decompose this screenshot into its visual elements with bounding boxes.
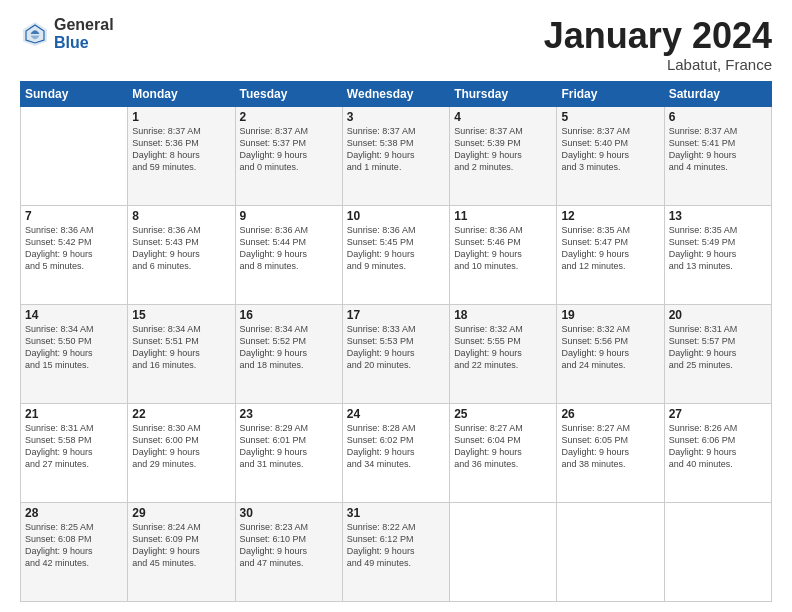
table-row [21, 106, 128, 205]
day-info: Sunrise: 8:25 AMSunset: 6:08 PMDaylight:… [25, 521, 123, 570]
day-number: 6 [669, 110, 767, 124]
day-info: Sunrise: 8:34 AMSunset: 5:52 PMDaylight:… [240, 323, 338, 372]
table-row: 16Sunrise: 8:34 AMSunset: 5:52 PMDayligh… [235, 304, 342, 403]
calendar-week-row: 1Sunrise: 8:37 AMSunset: 5:36 PMDaylight… [21, 106, 772, 205]
day-info: Sunrise: 8:30 AMSunset: 6:00 PMDaylight:… [132, 422, 230, 471]
day-number: 5 [561, 110, 659, 124]
day-number: 13 [669, 209, 767, 223]
table-row: 28Sunrise: 8:25 AMSunset: 6:08 PMDayligh… [21, 502, 128, 601]
table-row: 13Sunrise: 8:35 AMSunset: 5:49 PMDayligh… [664, 205, 771, 304]
day-number: 22 [132, 407, 230, 421]
table-row: 23Sunrise: 8:29 AMSunset: 6:01 PMDayligh… [235, 403, 342, 502]
table-row: 12Sunrise: 8:35 AMSunset: 5:47 PMDayligh… [557, 205, 664, 304]
day-number: 18 [454, 308, 552, 322]
day-number: 30 [240, 506, 338, 520]
table-row: 26Sunrise: 8:27 AMSunset: 6:05 PMDayligh… [557, 403, 664, 502]
day-info: Sunrise: 8:27 AMSunset: 6:05 PMDaylight:… [561, 422, 659, 471]
table-row: 2Sunrise: 8:37 AMSunset: 5:37 PMDaylight… [235, 106, 342, 205]
day-number: 31 [347, 506, 445, 520]
day-number: 2 [240, 110, 338, 124]
day-number: 27 [669, 407, 767, 421]
day-info: Sunrise: 8:37 AMSunset: 5:39 PMDaylight:… [454, 125, 552, 174]
day-info: Sunrise: 8:24 AMSunset: 6:09 PMDaylight:… [132, 521, 230, 570]
day-info: Sunrise: 8:27 AMSunset: 6:04 PMDaylight:… [454, 422, 552, 471]
table-row: 1Sunrise: 8:37 AMSunset: 5:36 PMDaylight… [128, 106, 235, 205]
day-number: 14 [25, 308, 123, 322]
table-row: 4Sunrise: 8:37 AMSunset: 5:39 PMDaylight… [450, 106, 557, 205]
day-number: 26 [561, 407, 659, 421]
day-info: Sunrise: 8:36 AMSunset: 5:42 PMDaylight:… [25, 224, 123, 273]
table-row: 25Sunrise: 8:27 AMSunset: 6:04 PMDayligh… [450, 403, 557, 502]
day-info: Sunrise: 8:23 AMSunset: 6:10 PMDaylight:… [240, 521, 338, 570]
day-number: 20 [669, 308, 767, 322]
table-row: 5Sunrise: 8:37 AMSunset: 5:40 PMDaylight… [557, 106, 664, 205]
day-info: Sunrise: 8:35 AMSunset: 5:49 PMDaylight:… [669, 224, 767, 273]
table-row [450, 502, 557, 601]
col-tuesday: Tuesday [235, 81, 342, 106]
day-info: Sunrise: 8:22 AMSunset: 6:12 PMDaylight:… [347, 521, 445, 570]
table-row: 14Sunrise: 8:34 AMSunset: 5:50 PMDayligh… [21, 304, 128, 403]
day-info: Sunrise: 8:28 AMSunset: 6:02 PMDaylight:… [347, 422, 445, 471]
table-row: 9Sunrise: 8:36 AMSunset: 5:44 PMDaylight… [235, 205, 342, 304]
day-info: Sunrise: 8:37 AMSunset: 5:37 PMDaylight:… [240, 125, 338, 174]
day-number: 7 [25, 209, 123, 223]
col-saturday: Saturday [664, 81, 771, 106]
table-row: 6Sunrise: 8:37 AMSunset: 5:41 PMDaylight… [664, 106, 771, 205]
day-info: Sunrise: 8:36 AMSunset: 5:45 PMDaylight:… [347, 224, 445, 273]
col-thursday: Thursday [450, 81, 557, 106]
col-monday: Monday [128, 81, 235, 106]
day-info: Sunrise: 8:36 AMSunset: 5:44 PMDaylight:… [240, 224, 338, 273]
calendar-week-row: 14Sunrise: 8:34 AMSunset: 5:50 PMDayligh… [21, 304, 772, 403]
day-number: 17 [347, 308, 445, 322]
day-number: 23 [240, 407, 338, 421]
calendar-table: Sunday Monday Tuesday Wednesday Thursday… [20, 81, 772, 602]
day-number: 21 [25, 407, 123, 421]
table-row: 15Sunrise: 8:34 AMSunset: 5:51 PMDayligh… [128, 304, 235, 403]
day-info: Sunrise: 8:37 AMSunset: 5:36 PMDaylight:… [132, 125, 230, 174]
day-number: 25 [454, 407, 552, 421]
table-row: 11Sunrise: 8:36 AMSunset: 5:46 PMDayligh… [450, 205, 557, 304]
calendar-header-row: Sunday Monday Tuesday Wednesday Thursday… [21, 81, 772, 106]
calendar-week-row: 28Sunrise: 8:25 AMSunset: 6:08 PMDayligh… [21, 502, 772, 601]
day-info: Sunrise: 8:37 AMSunset: 5:40 PMDaylight:… [561, 125, 659, 174]
day-number: 15 [132, 308, 230, 322]
table-row: 29Sunrise: 8:24 AMSunset: 6:09 PMDayligh… [128, 502, 235, 601]
day-number: 16 [240, 308, 338, 322]
table-row: 8Sunrise: 8:36 AMSunset: 5:43 PMDaylight… [128, 205, 235, 304]
month-title: January 2024 [544, 16, 772, 56]
table-row: 22Sunrise: 8:30 AMSunset: 6:00 PMDayligh… [128, 403, 235, 502]
day-number: 8 [132, 209, 230, 223]
logo-general-text: General [54, 16, 114, 34]
page: General Blue January 2024 Labatut, Franc… [0, 0, 792, 612]
day-number: 28 [25, 506, 123, 520]
day-number: 3 [347, 110, 445, 124]
day-info: Sunrise: 8:32 AMSunset: 5:55 PMDaylight:… [454, 323, 552, 372]
table-row [557, 502, 664, 601]
logo-text: General Blue [54, 16, 114, 51]
day-number: 10 [347, 209, 445, 223]
table-row: 3Sunrise: 8:37 AMSunset: 5:38 PMDaylight… [342, 106, 449, 205]
table-row: 30Sunrise: 8:23 AMSunset: 6:10 PMDayligh… [235, 502, 342, 601]
header: General Blue January 2024 Labatut, Franc… [20, 16, 772, 73]
day-number: 4 [454, 110, 552, 124]
col-sunday: Sunday [21, 81, 128, 106]
day-info: Sunrise: 8:34 AMSunset: 5:51 PMDaylight:… [132, 323, 230, 372]
location: Labatut, France [544, 56, 772, 73]
day-info: Sunrise: 8:35 AMSunset: 5:47 PMDaylight:… [561, 224, 659, 273]
calendar-week-row: 21Sunrise: 8:31 AMSunset: 5:58 PMDayligh… [21, 403, 772, 502]
day-info: Sunrise: 8:37 AMSunset: 5:38 PMDaylight:… [347, 125, 445, 174]
day-info: Sunrise: 8:29 AMSunset: 6:01 PMDaylight:… [240, 422, 338, 471]
day-info: Sunrise: 8:33 AMSunset: 5:53 PMDaylight:… [347, 323, 445, 372]
day-number: 19 [561, 308, 659, 322]
day-info: Sunrise: 8:34 AMSunset: 5:50 PMDaylight:… [25, 323, 123, 372]
day-info: Sunrise: 8:32 AMSunset: 5:56 PMDaylight:… [561, 323, 659, 372]
table-row: 7Sunrise: 8:36 AMSunset: 5:42 PMDaylight… [21, 205, 128, 304]
table-row: 20Sunrise: 8:31 AMSunset: 5:57 PMDayligh… [664, 304, 771, 403]
day-info: Sunrise: 8:31 AMSunset: 5:57 PMDaylight:… [669, 323, 767, 372]
logo: General Blue [20, 16, 114, 51]
table-row: 31Sunrise: 8:22 AMSunset: 6:12 PMDayligh… [342, 502, 449, 601]
day-info: Sunrise: 8:36 AMSunset: 5:43 PMDaylight:… [132, 224, 230, 273]
col-wednesday: Wednesday [342, 81, 449, 106]
logo-blue-text: Blue [54, 34, 114, 52]
day-info: Sunrise: 8:31 AMSunset: 5:58 PMDaylight:… [25, 422, 123, 471]
